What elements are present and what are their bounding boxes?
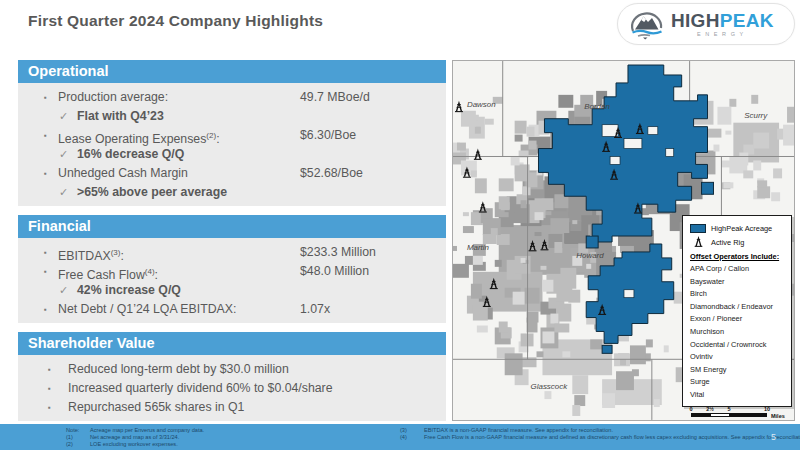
footnote-text: EBITDAX is a non-GAAP financial measure.…: [424, 427, 613, 433]
acreage-hole: [648, 127, 658, 135]
footnote-ref: (4): [400, 434, 424, 441]
row-label: Lease Operating Expenses(2):: [58, 132, 220, 146]
county-label-glasscock: Glasscock: [531, 382, 569, 391]
legend-operator: Ovintiv: [690, 351, 785, 364]
row-label: Free Cash Flow(4):: [58, 268, 158, 282]
scalebar-ticks: 02½510: [691, 406, 791, 412]
check-item: ✓16% decrease Q/Q: [18, 145, 446, 164]
county-label-borden: Borden: [584, 102, 610, 111]
bullet-icon: ▪: [44, 243, 47, 262]
legend-rig-label: Active Rig: [711, 238, 744, 247]
bullet-item: ▪Free Cash Flow(4):$48.0 Million: [18, 262, 446, 281]
section-operational: Operational▪Production average:49.7 MBoe…: [18, 60, 446, 206]
footnote-text: Free Cash Flow is a non-GAAP financial m…: [424, 434, 800, 440]
acreage-hole: [624, 139, 642, 149]
county-label-martin: Martin: [467, 243, 490, 252]
row-label: 16% decrease Q/Q: [77, 147, 184, 161]
footnote-ref: Note:: [66, 427, 90, 434]
bullet-item: ▪Unhedged Cash Margin$52.68/Boe: [18, 164, 446, 183]
legend-acreage-label: HighPeak Acreage: [711, 224, 772, 233]
highlights-column: Operational▪Production average:49.7 MBoe…: [18, 60, 446, 430]
legend-operator: Birch: [690, 288, 785, 301]
row-label: Unhedged Cash Margin: [58, 166, 188, 180]
section-body: ▪EBITDAX(3):$233.3 Million▪Free Cash Flo…: [18, 238, 446, 323]
check-item: ✓42% increase Q/Q: [18, 281, 446, 300]
row-value: 49.7 MBoe/d: [300, 88, 370, 107]
row-label: EBITDAX(3):: [58, 249, 124, 263]
footnote-ref: (3): [111, 248, 121, 257]
county-label-howard: Howard: [576, 251, 604, 260]
scalebar-segment: [692, 414, 711, 416]
map-scalebar: 02½510 Miles: [691, 406, 791, 420]
check-icon: ✓: [59, 281, 68, 300]
row-label: Production average:: [58, 90, 168, 104]
check-icon: ✓: [59, 183, 68, 202]
check-icon: ✓: [59, 107, 68, 126]
bullet-icon: ▪: [44, 262, 47, 281]
bullet-item: ▪Increased quarterly dividend 60% to $0.…: [18, 379, 446, 398]
scalebar-tick: 2½: [706, 406, 714, 412]
bullet-icon: ▪: [48, 398, 51, 417]
bullet-item: ▪EBITDAX(3):$233.3 Million: [18, 243, 446, 262]
bullet-item: ▪Lease Operating Expenses(2):$6.30/Boe: [18, 126, 446, 145]
bullet-icon: ▪: [44, 164, 47, 183]
footnote: (2)LOE excluding workover expenses.: [66, 441, 204, 448]
row-label: Net Debt / Q1’24 LQA EBITDAX:: [58, 302, 236, 316]
legend-operator: SM Energy: [690, 364, 785, 377]
footnotes-left: Note:Acreage map per Enverus and company…: [66, 427, 204, 447]
logo-peak: PEAK: [720, 10, 774, 31]
row-label: Reduced long-term debt by $30.0 million: [68, 362, 289, 376]
bullet-item: ▪Net Debt / Q1’24 LQA EBITDAX:1.07x: [18, 300, 446, 319]
row-value: $233.3 Million: [300, 243, 376, 262]
scalebar-bar: [691, 413, 767, 417]
legend-operator: Bayswater: [690, 276, 785, 289]
bullet-item: ▪Repurchased 565k shares in Q1: [18, 398, 446, 417]
footnote-text: LOE excluding workover expenses.: [90, 441, 178, 447]
rig-icon: [690, 233, 706, 251]
row-label: Flat with Q4’23: [77, 109, 164, 123]
footnote: (1)Net acreage and map as of 3/31/24.: [66, 434, 204, 441]
bullet-icon: ▪: [44, 300, 47, 319]
footnotes-right: (3)EBITDAX is a non-GAAP financial measu…: [400, 427, 800, 441]
scalebar-tick: 5: [727, 406, 730, 412]
check-item: ✓Flat with Q4’23: [18, 107, 446, 126]
footnotes-bar: Note:Acreage map per Enverus and company…: [0, 424, 800, 450]
legend-operator: Vital: [690, 389, 785, 402]
footnote-ref: (1): [66, 434, 90, 441]
section-header: Operational: [18, 60, 446, 83]
mountain-icon: [626, 8, 666, 40]
legend-operator: Diamondback / Endeavor: [690, 301, 785, 314]
row-value: $6.30/Boe: [300, 126, 356, 145]
row-value: $48.0 Million: [300, 262, 369, 281]
scalebar-unit: Miles: [771, 413, 785, 419]
bullet-icon: ▪: [44, 126, 47, 145]
row-value: $52.68/Boe: [300, 164, 363, 183]
row-label: >65% above peer average: [77, 185, 227, 199]
acreage-hole: [666, 149, 674, 157]
row-value: 1.07x: [300, 300, 330, 319]
legend-operator: Surge: [690, 376, 785, 389]
legend-operator: APA Corp / Callon: [690, 263, 785, 276]
footnote-ref: (3): [400, 427, 424, 434]
logo-high: HIGH: [671, 10, 720, 31]
footnote-text: Acreage map per Enverus and company data…: [90, 427, 204, 433]
logo-text: HIGHPEAK ENERGY: [671, 11, 774, 38]
footnote: Note:Acreage map per Enverus and company…: [66, 427, 204, 434]
bullet-item: ▪Reduced long-term debt by $30.0 million: [18, 360, 446, 379]
check-item: ✓>65% above peer average: [18, 183, 446, 202]
footnote: (3)EBITDAX is a non-GAAP financial measu…: [400, 427, 800, 434]
footnote-ref: (2): [66, 441, 90, 448]
bullet-icon: ▪: [48, 379, 51, 398]
county-label-dawson: Dawson: [467, 100, 496, 109]
county-label-scurry: Scurry: [744, 111, 768, 120]
logo-energy: ENERGY: [697, 32, 774, 38]
row-label: Repurchased 565k shares in Q1: [68, 400, 244, 414]
scalebar-tick: 10: [764, 406, 770, 412]
legend-operator: Murchison: [690, 326, 785, 339]
footnote-ref: (2): [206, 131, 216, 140]
footnote: (4)Free Cash Flow is a non-GAAP financia…: [400, 434, 800, 441]
legend-operators-title: Offset Operators Include:: [690, 252, 785, 261]
section-header: Financial: [18, 215, 446, 238]
scalebar-tick: 0: [689, 406, 692, 412]
bullet-icon: ▪: [44, 88, 47, 107]
